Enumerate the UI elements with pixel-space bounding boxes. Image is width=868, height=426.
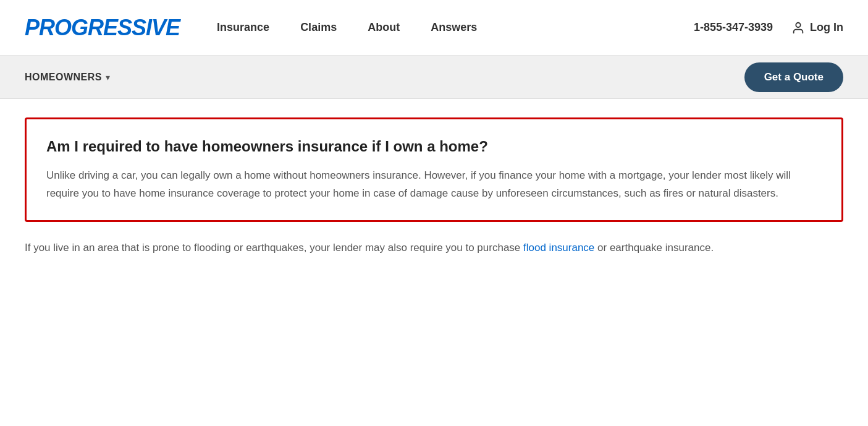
nav-item-insurance[interactable]: Insurance <box>217 21 269 34</box>
breadcrumb-nav[interactable]: HOMEOWNERS ▾ <box>25 72 110 83</box>
nav-item-claims[interactable]: Claims <box>300 21 337 34</box>
flood-insurance-link[interactable]: flood insurance <box>523 242 594 253</box>
highlight-body: Unlike driving a car, you can legally ow… <box>46 167 822 203</box>
breadcrumb-label: HOMEOWNERS <box>25 72 102 83</box>
main-content: Am I required to have homeowners insuran… <box>0 99 868 276</box>
site-header: PROGRESSIVE Insurance Claims About Answe… <box>0 0 868 56</box>
main-nav: Insurance Claims About Answers <box>217 21 694 34</box>
follow-up-paragraph: If you live in an area that is prone to … <box>25 239 843 257</box>
nav-item-about[interactable]: About <box>368 21 400 34</box>
follow-up-text-before: If you live in an area that is prone to … <box>25 242 523 253</box>
highlight-box: Am I required to have homeowners insuran… <box>25 117 843 222</box>
chevron-down-icon: ▾ <box>106 72 110 82</box>
follow-up-text-after: or earthquake insurance. <box>594 242 714 253</box>
header-right: 1-855-347-3939 Log In <box>694 21 843 35</box>
sub-header: HOMEOWNERS ▾ Get a Quote <box>0 56 868 99</box>
user-icon <box>791 21 805 35</box>
login-label: Log In <box>810 21 843 34</box>
get-quote-button[interactable]: Get a Quote <box>744 62 843 92</box>
highlight-heading: Am I required to have homeowners insuran… <box>46 137 822 156</box>
logo-text: PROGRESSIVE <box>25 15 180 40</box>
nav-item-answers[interactable]: Answers <box>431 21 477 34</box>
logo[interactable]: PROGRESSIVE <box>25 15 180 41</box>
svg-point-0 <box>796 22 800 27</box>
phone-number: 1-855-347-3939 <box>694 21 773 34</box>
login-button[interactable]: Log In <box>791 21 843 35</box>
